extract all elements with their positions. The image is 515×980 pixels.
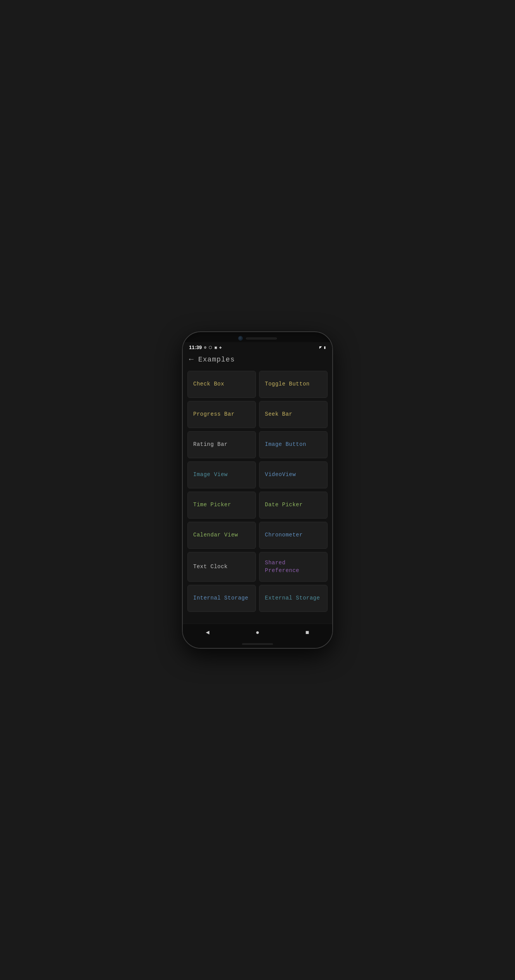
grid-item-chronometer[interactable]: Chronometer xyxy=(259,522,328,549)
bottom-speaker xyxy=(242,643,273,645)
grid-item-calendar-view[interactable]: Calendar View xyxy=(187,522,256,549)
extra-icon: ✤ xyxy=(219,345,221,350)
grid-item-label-external-storage: External Storage xyxy=(265,595,320,602)
nav-back-button[interactable]: ◄ xyxy=(198,628,218,638)
grid-item-label-toggle-button: Toggle Button xyxy=(265,380,310,388)
grid-item-label-progress-bar: Progress Bar xyxy=(193,411,235,418)
grid-item-label-image-button: Image Button xyxy=(265,441,306,449)
page-title: Examples xyxy=(198,356,235,363)
top-bar xyxy=(183,332,332,342)
examples-grid: Check BoxToggle ButtonProgress BarSeek B… xyxy=(187,371,328,612)
status-time: 11:39 xyxy=(189,344,202,350)
navigation-bar: ◄ ● ■ xyxy=(183,624,332,641)
nav-home-button[interactable]: ● xyxy=(248,628,267,638)
grid-item-check-box[interactable]: Check Box xyxy=(187,371,256,398)
grid-item-toggle-button[interactable]: Toggle Button xyxy=(259,371,328,398)
grid-item-image-view[interactable]: Image View xyxy=(187,461,256,488)
shield-icon: ⬡ xyxy=(209,345,212,350)
phone-frame: 11:39 ⚙ ⬡ ▣ ✤ ◤ ▮ ← Examples Check BoxTo… xyxy=(182,331,333,649)
grid-item-label-shared-preference: Shared Preference xyxy=(265,559,322,574)
grid-item-label-check-box: Check Box xyxy=(193,380,224,388)
grid-item-text-clock[interactable]: Text Clock xyxy=(187,552,256,582)
grid-item-rating-bar[interactable]: Rating Bar xyxy=(187,431,256,458)
grid-item-label-time-picker: Time Picker xyxy=(193,501,231,509)
grid-item-video-view[interactable]: VideoView xyxy=(259,461,328,488)
grid-item-seek-bar[interactable]: Seek Bar xyxy=(259,401,328,428)
grid-item-external-storage[interactable]: External Storage xyxy=(259,585,328,612)
grid-item-date-picker[interactable]: Date Picker xyxy=(259,492,328,519)
status-left: 11:39 ⚙ ⬡ ▣ ✤ xyxy=(189,344,221,350)
status-right: ◤ ▮ xyxy=(319,345,326,350)
grid-item-label-date-picker: Date Picker xyxy=(265,501,303,509)
bottom-bar xyxy=(183,641,332,648)
top-speaker xyxy=(246,338,277,339)
front-camera xyxy=(238,336,243,341)
grid-item-label-text-clock: Text Clock xyxy=(193,563,228,571)
grid-item-label-rating-bar: Rating Bar xyxy=(193,441,228,449)
grid-item-label-chronometer: Chronometer xyxy=(265,531,303,539)
volume-up-button xyxy=(182,382,183,394)
grid-item-label-internal-storage: Internal Storage xyxy=(193,595,248,602)
volume-down-button xyxy=(182,398,183,417)
grid-item-time-picker[interactable]: Time Picker xyxy=(187,492,256,519)
signal-icon: ◤ xyxy=(319,345,322,350)
nav-recent-button[interactable]: ■ xyxy=(298,628,317,638)
grid-item-label-calendar-view: Calendar View xyxy=(193,531,238,539)
back-button[interactable]: ← xyxy=(189,355,194,364)
settings-icon: ⚙ xyxy=(204,345,206,350)
examples-grid-container: Check BoxToggle ButtonProgress BarSeek B… xyxy=(183,368,332,624)
battery-icon: ▮ xyxy=(323,345,326,350)
grid-item-label-seek-bar: Seek Bar xyxy=(265,411,292,418)
screen: 11:39 ⚙ ⬡ ▣ ✤ ◤ ▮ ← Examples Check BoxTo… xyxy=(183,342,332,641)
font-icon: ▣ xyxy=(215,345,217,350)
status-bar: 11:39 ⚙ ⬡ ▣ ✤ ◤ ▮ xyxy=(183,342,332,352)
toolbar: ← Examples xyxy=(183,352,332,368)
grid-item-image-button[interactable]: Image Button xyxy=(259,431,328,458)
grid-item-internal-storage[interactable]: Internal Storage xyxy=(187,585,256,612)
grid-item-shared-preference[interactable]: Shared Preference xyxy=(259,552,328,582)
power-button xyxy=(332,392,333,415)
grid-item-label-image-view: Image View xyxy=(193,471,228,479)
grid-item-progress-bar[interactable]: Progress Bar xyxy=(187,401,256,428)
grid-item-label-video-view: VideoView xyxy=(265,471,296,479)
